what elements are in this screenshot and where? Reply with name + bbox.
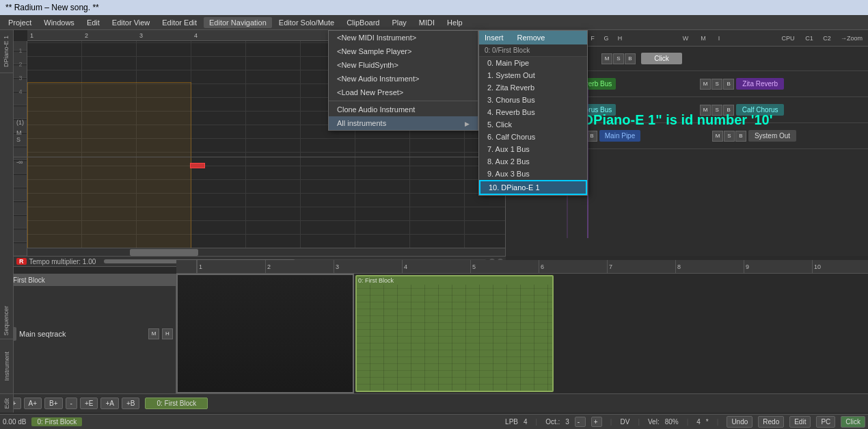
asterisk: * [706,418,709,426]
menu-help[interactable]: Help [442,17,468,28]
main-pipe-name[interactable]: Main Pipe [599,130,640,142]
menu-editor-navigation[interactable]: Editor Navigation [204,17,272,28]
system-out-group: M S B System Out [712,130,796,142]
oct-plus-btn[interactable]: + [591,417,602,427]
submenu-item-3[interactable]: 3. Chorus Bus [479,94,587,106]
ruler-mark-2: 2 [265,260,271,273]
submenu-item-10[interactable]: 10. DPiano-E 1 [479,180,587,195]
track-name: Main seqtrack [19,330,146,338]
submenu-item-1[interactable]: 1. System Out [479,69,587,81]
menu-editor-view[interactable]: Editor View [107,17,155,28]
plus-e-btn[interactable]: +E [80,398,98,409]
system-out-name[interactable]: System Out [748,130,796,142]
undo-btn[interactable]: Undo [727,416,752,428]
edit-block-label[interactable]: 0: First Block [145,398,208,409]
new-audio-item[interactable]: <New Audio Instrument> [329,72,478,86]
click-btn-bottom[interactable]: Click [841,416,865,428]
mainpipe-b-btn[interactable]: B [586,131,597,142]
remove-label[interactable]: Remove [517,34,545,42]
load-preset-item[interactable]: <Load New Preset> [329,86,478,99]
click-channel-name[interactable]: Click [641,53,682,64]
new-fluidsynth-item[interactable]: <New FluidSynth> [329,58,478,72]
submenu-item-9[interactable]: 9. Aux 3 Bus [479,168,587,180]
sysout-b-btn[interactable]: B [735,131,746,142]
ruler-mark-8: 8 [675,260,681,273]
minus-btn[interactable]: - [66,398,77,409]
edit-btn-bottom[interactable]: Edit [789,416,811,428]
a-plus-btn[interactable]: A+ [24,398,42,409]
divider-line [14,157,505,157]
oct-minus-btn[interactable]: - [575,417,586,427]
all-instruments-item[interactable]: All instruments [329,116,478,130]
row-num-2: 2 [15,57,26,71]
new-sample-item[interactable]: <New Sample Player> [329,44,478,58]
click-s-btn[interactable]: S [613,53,624,64]
track-waveform [176,274,354,393]
ruler-mark-10: 10 [812,260,821,273]
col-i: I [714,35,724,42]
sysout-m-btn[interactable]: M [712,131,723,142]
block-grid [357,285,552,391]
lpb-value: 4 [524,418,528,426]
redo-btn[interactable]: Redo [758,416,784,428]
submenu-header: Insert Remove [479,31,587,44]
submenu-item-4[interactable]: 4. Reverb Bus [479,106,587,118]
row-num-1: 1 [15,44,26,57]
zita-reverb-name[interactable]: Zita Reverb [736,78,784,90]
zita-m-btn[interactable]: M [700,79,711,90]
piano-roll-scrollbar[interactable] [27,248,505,256]
sysout-s-btn[interactable]: S [724,131,735,142]
menu-project[interactable]: Project [3,17,37,28]
vel-value: 80% [665,418,679,426]
pc-btn[interactable]: PC [816,416,835,428]
zita-b-btn[interactable]: B [723,79,734,90]
clone-audio-item[interactable]: Clone Audio Instrument [329,103,478,116]
plus-a-btn[interactable]: +A [100,398,119,409]
submenu-item-5[interactable]: 5. Click [479,118,587,131]
b-plus-btn[interactable]: B+ [44,398,63,409]
zita-s-btn[interactable]: S [711,79,722,90]
menu-midi[interactable]: MIDI [413,17,440,28]
track-top-label: 0: First Block [3,274,176,286]
menu-clipboard[interactable]: ClipBoard [341,17,385,28]
click-m-btn[interactable]: M [601,53,612,64]
col-zoom: →Zoom [838,35,865,42]
menu-editor-edit[interactable]: Editor Edit [157,17,202,28]
submenu-item-6[interactable]: 6. Calf Chorus [479,131,587,143]
menu-play[interactable]: Play [386,17,411,28]
ruler-mark-3: 3 [334,260,339,273]
col-g: G [601,35,611,42]
menu-edit[interactable]: Edit [81,17,105,28]
bottom-bar: 0.00 dB 0: First Block LPB 4 | Oct.: 3 -… [0,414,868,429]
r-button[interactable]: R [16,258,27,265]
row-numbers: 1 2 3 4 [14,41,27,101]
new-midi-item[interactable]: <New MIDI Instrument> [329,31,478,44]
track-content[interactable]: 0: First Block [176,274,868,393]
dropdown-menu: <New MIDI Instrument> <New Sample Player… [328,30,478,131]
insert-label[interactable]: Insert [485,34,504,42]
menu-bar: Project Windows Edit Editor View Editor … [0,15,868,30]
submenu-item-8[interactable]: 8. Aux 2 Bus [479,155,587,168]
dv-label: DV [620,418,629,426]
first-block[interactable]: 0: First Block [355,275,554,392]
submenu-item-7[interactable]: 7. Aux 1 Bus [479,143,587,155]
title-text: ** Radium – New song. ** [5,3,99,12]
plus-b-btn[interactable]: +B [122,398,140,409]
track-m-btn[interactable]: M [148,328,159,339]
col-c2: C2 [820,35,834,42]
ms-label: MS [16,129,22,143]
instrument-submenu: Insert Remove 0: 0/First Block 0. Main P… [478,30,588,196]
menu-windows[interactable]: Windows [38,17,80,28]
col-c1: C1 [802,35,816,42]
zita-reverb-group: M S B Zita Reverb [700,78,784,90]
row-num-4: 4 [15,85,26,99]
track-header: 0 Main seqtrack M H [0,274,176,393]
track-h-btn[interactable]: H [162,328,173,339]
menu-editor-solo-mute[interactable]: Editor Solo/Mute [273,17,340,28]
click-b-btn[interactable]: B [625,53,636,64]
submenu-item-2[interactable]: 2. Zita Reverb [479,81,587,94]
submenu-item-0[interactable]: 0. Main Pipe [479,57,587,69]
midi-note[interactable] [190,163,205,168]
scrollbar-thumb[interactable] [130,249,198,256]
dropdown-divider [329,101,478,101]
